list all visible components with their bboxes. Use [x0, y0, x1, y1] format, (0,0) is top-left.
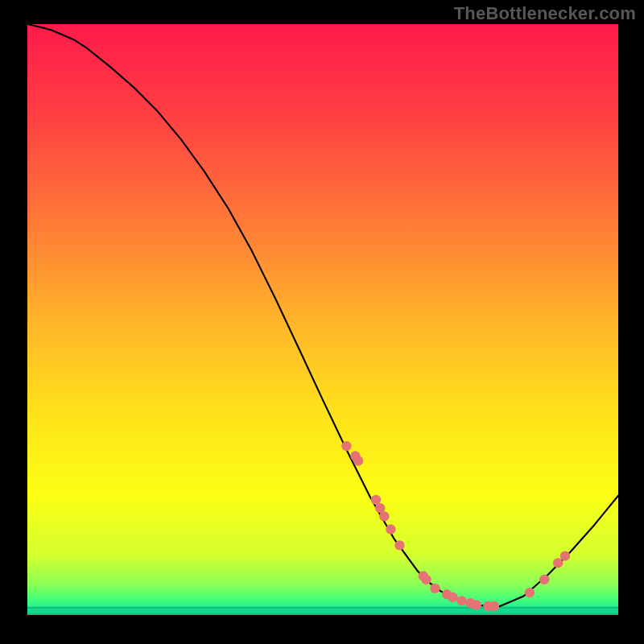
chart-plot-area — [27, 24, 618, 615]
scatter-point — [386, 524, 395, 534]
chart-background — [27, 24, 618, 615]
scatter-point — [456, 596, 466, 605]
scatter-point — [421, 575, 431, 584]
bottom-band-inner — [27, 609, 618, 613]
scatter-point — [341, 441, 351, 451]
scatter-point — [448, 592, 457, 602]
scatter-point — [489, 601, 499, 611]
scatter-point — [553, 558, 563, 568]
scatter-point — [394, 540, 404, 550]
scatter-point — [430, 584, 440, 593]
scatter-point — [472, 600, 481, 609]
chart-svg — [27, 24, 618, 615]
scatter-point — [353, 456, 363, 465]
scatter-point — [539, 575, 549, 584]
scatter-point — [560, 551, 570, 560]
scatter-point — [379, 511, 389, 521]
scatter-point — [525, 588, 535, 597]
watermark-text: TheBottlenecker.com — [454, 3, 636, 24]
